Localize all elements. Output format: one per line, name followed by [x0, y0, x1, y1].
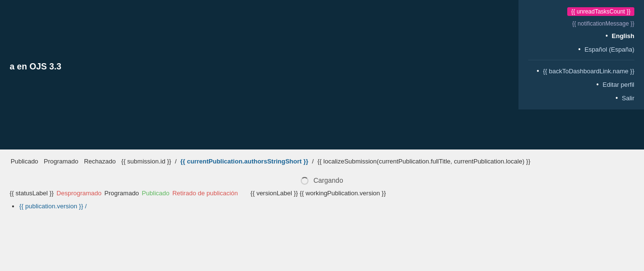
- language-spanish-label: Español (España): [585, 46, 634, 53]
- logout-label: Salir: [622, 95, 634, 102]
- language-english-item[interactable]: • English: [518, 29, 644, 42]
- bullet-english: •: [605, 32, 608, 40]
- bullet-spanish: •: [578, 45, 581, 53]
- edit-profile-item[interactable]: • Editar perfil: [518, 78, 644, 91]
- breadcrumb-sep2: /: [312, 158, 315, 165]
- breadcrumb-sep1: /: [175, 158, 178, 165]
- bullet-edit-profile: •: [596, 81, 599, 88]
- loading-area: Cargando: [10, 176, 634, 185]
- breadcrumb-published: Publicado: [11, 158, 38, 165]
- page-title: a en OJS 3.3: [10, 62, 61, 72]
- bottom-section: Publicado Programado Rechazado {{ submis…: [0, 149, 644, 271]
- logout-item[interactable]: • Salir: [518, 91, 644, 105]
- publication-version: {{ publication.version }} /: [19, 203, 87, 210]
- dropdown-menu: {{ unreadTasksCount }} {{ notificationMe…: [518, 0, 644, 109]
- loading-spinner: [301, 177, 308, 185]
- breadcrumb-authors-short: {{ currentPublication.authorsStringShort…: [181, 158, 308, 165]
- unread-tasks-badge: {{ unreadTasksCount }}: [567, 7, 634, 16]
- unread-tasks-header: {{ unreadTasksCount }}: [518, 5, 644, 18]
- version-list: {{ publication.version }} /: [10, 203, 634, 210]
- status-published-label: Publicado: [142, 190, 169, 197]
- version-area: {{ versionLabel }} {{ workingPublication…: [251, 190, 386, 197]
- menu-divider: [528, 60, 634, 60]
- status-unpublish-label: Retirado de publicación: [172, 190, 238, 197]
- bullet-dashboard: •: [537, 67, 539, 75]
- dashboard-link-label: {{ backToDashboardLink.name }}: [543, 68, 634, 75]
- top-section: a en OJS 3.3 Change Language {{ unreadTa…: [0, 0, 644, 149]
- status-scheduled-label: Programado: [104, 190, 139, 197]
- bullet-logout: •: [616, 94, 618, 102]
- status-unpublished: Desprogramado: [56, 190, 101, 197]
- language-english-label: English: [612, 32, 634, 40]
- status-label-template: {{ statusLabel }}: [10, 190, 54, 197]
- edit-profile-label: Editar perfil: [602, 81, 634, 88]
- version-label: {{ versionLabel }}: [251, 190, 298, 197]
- breadcrumb: Publicado Programado Rechazado {{ submis…: [10, 157, 634, 167]
- list-item: {{ publication.version }} /: [19, 203, 634, 210]
- language-spanish-item[interactable]: • Español (España): [518, 42, 644, 56]
- working-version: {{ workingPublication.version }}: [300, 190, 386, 197]
- dashboard-link-item[interactable]: • {{ backToDashboardLink.name }}: [518, 64, 644, 78]
- breadcrumb-scheduled: Programado: [44, 158, 79, 165]
- status-bar: {{ statusLabel }} Desprogramado Programa…: [10, 190, 634, 197]
- breadcrumb-rejected: Rechazado: [84, 158, 116, 165]
- breadcrumb-submission-id: {{ submission.id }}: [121, 158, 171, 165]
- loading-text: Cargando: [313, 176, 343, 184]
- breadcrumb-full-title: {{ localizeSubmission(currentPublication…: [317, 158, 530, 165]
- notification-message: {{ notificationMessage }}: [518, 18, 644, 29]
